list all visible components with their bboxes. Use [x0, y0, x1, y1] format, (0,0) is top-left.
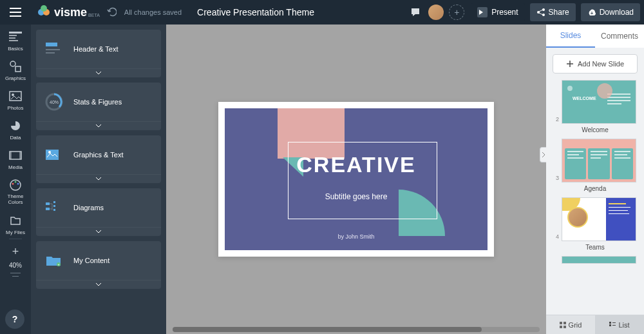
rail-theme-colors[interactable]: Theme Colors: [0, 173, 31, 208]
plus-icon: [566, 60, 574, 68]
save-status: All changes saved: [124, 8, 182, 16]
grid-icon: [560, 322, 566, 328]
svg-rect-29: [46, 208, 50, 210]
canvas[interactable]: CREATIVE Subtitle goes here by John Smit…: [166, 25, 546, 334]
grid-view-button[interactable]: Grid: [546, 315, 595, 334]
download-icon: [587, 8, 596, 17]
logo[interactable]: visme BETA: [37, 5, 100, 19]
play-icon: [478, 10, 484, 15]
help-button[interactable]: ?: [5, 309, 24, 329]
chevron-down-icon: [96, 283, 101, 286]
expand-toggle[interactable]: [36, 174, 161, 183]
add-collaborator-button[interactable]: +: [449, 5, 464, 20]
rail-add[interactable]: +: [0, 240, 31, 262]
svg-rect-15: [10, 152, 12, 159]
svg-rect-22: [46, 49, 60, 50]
rail-data[interactable]: Data: [0, 113, 31, 143]
zoom-slider[interactable]: [10, 273, 21, 273]
svg-rect-35: [560, 322, 562, 324]
slide-label: Agenda: [553, 185, 638, 192]
slide-thumbnail[interactable]: [562, 139, 636, 182]
svg-rect-7: [9, 35, 17, 36]
svg-rect-31: [53, 205, 55, 207]
zoom-level[interactable]: 40%: [9, 262, 22, 269]
expand-toggle[interactable]: [36, 121, 161, 130]
svg-point-2: [41, 5, 47, 12]
svg-rect-23: [46, 52, 55, 54]
collapse-handle[interactable]: [540, 147, 546, 162]
svg-text:40%: 40%: [50, 100, 59, 104]
slide-item[interactable]: [553, 256, 638, 264]
slide-subtitle[interactable]: Subtitle goes here: [225, 192, 488, 201]
slide-label: Welcome: [553, 126, 638, 133]
svg-point-10: [10, 61, 15, 66]
chevron-down-icon: [96, 124, 101, 128]
logo-text: visme: [54, 6, 87, 19]
present-label: Present: [491, 8, 518, 17]
comment-button[interactable]: [405, 2, 426, 23]
slide-thumbnail[interactable]: WELCOME: [562, 80, 636, 124]
basics-icon: [9, 32, 22, 42]
logo-icon: [37, 5, 52, 19]
horizontal-scrollbar[interactable]: [166, 326, 546, 333]
slide-editor[interactable]: CREATIVE Subtitle goes here by John Smit…: [218, 102, 494, 257]
add-slide-button[interactable]: Add New Slide: [553, 54, 638, 74]
user-avatar[interactable]: [428, 5, 444, 20]
rail-photos[interactable]: Photos: [0, 84, 31, 113]
expand-toggle[interactable]: [36, 68, 161, 77]
slide-thumbnail[interactable]: [562, 197, 636, 241]
svg-rect-36: [564, 322, 566, 324]
graphics-text-icon: [44, 147, 64, 162]
view-toggle: Grid List: [546, 315, 644, 334]
tab-slides[interactable]: Slides: [546, 25, 595, 48]
panel-my-content[interactable]: +My Content: [36, 241, 161, 289]
photos-icon: [9, 91, 22, 101]
svg-rect-6: [9, 32, 22, 34]
slides-panel: Slides Comments Add New Slide 2 WELCOME …: [546, 25, 644, 334]
panel-header-text[interactable]: Header & Text: [36, 30, 161, 77]
hamburger-icon: [10, 8, 21, 17]
svg-point-20: [17, 183, 19, 185]
panel-diagrams[interactable]: Diagrams: [36, 188, 161, 236]
slide-title[interactable]: CREATIVE: [225, 152, 488, 177]
svg-rect-26: [46, 150, 59, 160]
panel-graphics-text[interactable]: Graphics & Text: [36, 135, 161, 183]
slide-label: Teams: [553, 244, 638, 251]
share-button[interactable]: Share: [530, 3, 576, 21]
chevron-down-icon: [96, 230, 101, 233]
diagrams-icon: [44, 200, 64, 215]
slide-thumbnail[interactable]: [562, 256, 636, 264]
svg-rect-8: [9, 37, 15, 39]
expand-toggle[interactable]: [36, 227, 161, 236]
rail-basics[interactable]: Basics: [0, 25, 31, 54]
slide-author[interactable]: by John Smith: [225, 233, 488, 240]
present-button[interactable]: Present: [471, 3, 524, 21]
expand-toggle[interactable]: [36, 280, 161, 289]
media-icon: [9, 151, 22, 160]
share-label: Share: [549, 8, 569, 17]
svg-rect-42: [612, 325, 616, 326]
stats-icon: 40%: [44, 92, 64, 112]
rail-media[interactable]: Media: [0, 143, 31, 173]
panel-stats-figures[interactable]: 40%Stats & Figures: [36, 83, 161, 130]
svg-point-18: [12, 183, 14, 185]
tab-comments[interactable]: Comments: [595, 25, 644, 48]
download-button[interactable]: Download: [581, 3, 640, 21]
chevron-right-icon: [542, 152, 545, 157]
undo-button[interactable]: [106, 6, 117, 19]
slide-item[interactable]: 4 Teams: [553, 197, 638, 251]
rail-graphics[interactable]: Graphics: [0, 54, 31, 84]
svg-rect-39: [609, 322, 611, 324]
menu-button[interactable]: [0, 0, 31, 25]
slide-item[interactable]: 3 Agenda: [553, 139, 638, 192]
beta-badge: BETA: [88, 13, 100, 17]
rail-my-files[interactable]: My Files: [0, 208, 31, 238]
svg-rect-32: [53, 209, 55, 211]
comment-icon: [410, 7, 421, 17]
svg-rect-11: [15, 66, 21, 72]
presentation-title[interactable]: Creative Presentation Theme: [197, 7, 314, 17]
svg-point-19: [15, 181, 17, 183]
content-panel: Header & Text 40%Stats & Figures Graphic…: [31, 25, 166, 334]
list-view-button[interactable]: List: [595, 315, 644, 334]
slide-item[interactable]: 2 WELCOME Welcome: [553, 80, 638, 133]
